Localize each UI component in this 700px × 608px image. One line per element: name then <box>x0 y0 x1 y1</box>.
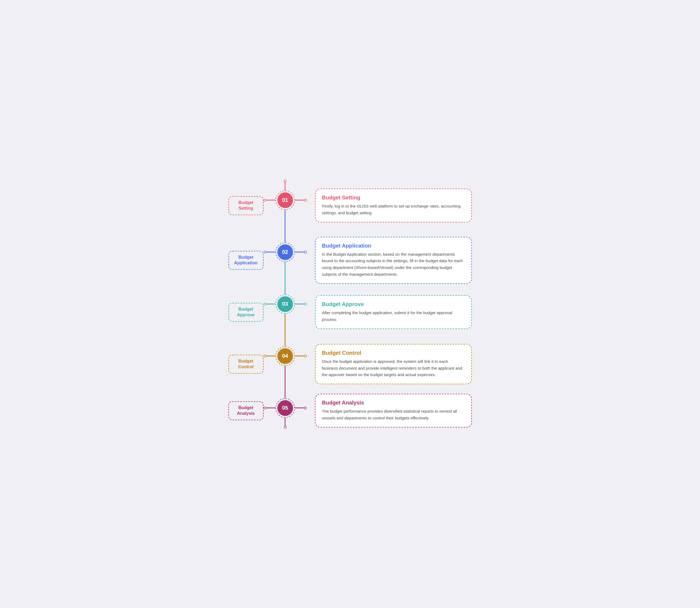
h-line-right-dot <box>304 407 307 410</box>
timeline-col-04: 04 <box>264 338 307 390</box>
v-line-above <box>285 286 285 294</box>
h-line-left-dot <box>264 251 266 253</box>
step-label-04: Budget Control <box>228 355 264 374</box>
card-text-02: In the Budget Application section, based… <box>322 251 465 278</box>
card-text-01: Firstly, log in to the OLISS web platfor… <box>322 203 465 216</box>
info-card-01: Budget SettingFirstly, log in to the OLI… <box>315 189 472 223</box>
h-line-right-dot <box>304 251 307 253</box>
timeline-col-02: 02 <box>264 234 307 286</box>
v-line-above <box>285 390 285 398</box>
v-line-below <box>285 262 285 286</box>
v-line-above <box>285 338 285 346</box>
info-card-02: Budget ApplicationIn the Budget Applicat… <box>315 237 472 284</box>
node-circle-05: 05 <box>276 398 295 418</box>
timeline-top-dot <box>284 180 286 183</box>
h-line-right-dot <box>304 303 307 305</box>
node-row-04: 04 <box>264 346 307 366</box>
step-01: Budget Setting01Budget SettingFirstly, l… <box>228 177 472 234</box>
steps-container: Budget Setting01Budget SettingFirstly, l… <box>228 177 472 431</box>
node-circle-02: 02 <box>276 243 295 262</box>
h-line-left-dot <box>264 199 266 202</box>
v-line-below <box>285 314 285 338</box>
step-label-03: Budget Approve <box>228 303 264 322</box>
h-line-left-dot <box>264 355 266 358</box>
step-label-05: Budget Analysis <box>228 401 264 420</box>
card-title-01: Budget Setting <box>322 194 465 201</box>
step-label-01: Budget Setting <box>228 196 264 215</box>
step-03: Budget Approve03Budget ApproveAfter comp… <box>228 286 472 338</box>
h-line-right-dot <box>304 355 307 358</box>
card-text-04: Once the budget application is approved,… <box>322 358 465 378</box>
card-title-04: Budget Control <box>322 350 465 356</box>
v-line-above <box>285 183 285 190</box>
card-title-02: Budget Application <box>322 243 465 249</box>
page-container: Budget Setting01Budget SettingFirstly, l… <box>228 161 472 448</box>
timeline-col-03: 03 <box>264 286 307 338</box>
v-line-below <box>285 210 285 234</box>
timeline-col-01: 01 <box>264 177 307 234</box>
info-card-05: Budget AnalysisThe budget performance pr… <box>315 394 472 428</box>
node-row-05: 05 <box>264 398 307 418</box>
node-inner-01: 01 <box>277 192 293 208</box>
card-text-03: After completing the budget application,… <box>322 309 465 323</box>
node-row-01: 01 <box>264 190 307 210</box>
node-circle-03: 03 <box>276 294 295 314</box>
v-line-below <box>285 418 285 426</box>
step-05: Budget Analysis05Budget AnalysisThe budg… <box>228 390 472 431</box>
h-line-left-dot <box>264 303 266 305</box>
node-circle-01: 01 <box>276 190 295 210</box>
node-inner-03: 03 <box>277 296 293 312</box>
info-card-03: Budget ApproveAfter completing the budge… <box>315 295 472 329</box>
node-inner-05: 05 <box>277 400 293 416</box>
h-line-right-dot <box>304 199 307 202</box>
info-card-04: Budget ControlOnce the budget applicatio… <box>315 344 472 384</box>
node-row-02: 02 <box>264 243 307 262</box>
step-02: Budget Application02Budget ApplicationIn… <box>228 234 472 286</box>
node-inner-02: 02 <box>277 244 293 260</box>
node-circle-04: 04 <box>276 346 295 366</box>
card-title-05: Budget Analysis <box>322 400 465 406</box>
v-line-above <box>285 234 285 243</box>
node-inner-04: 04 <box>277 348 293 364</box>
timeline-col-05: 05 <box>264 390 307 431</box>
step-label-02: Budget Application <box>228 251 264 270</box>
v-line-below <box>285 366 285 390</box>
step-04: Budget Control04Budget ControlOnce the b… <box>228 338 472 390</box>
node-row-03: 03 <box>264 294 307 314</box>
card-title-03: Budget Approve <box>322 301 465 307</box>
card-text-05: The budget performance provides diversif… <box>322 408 465 422</box>
timeline-bottom-dot <box>284 426 286 429</box>
h-line-left-dot <box>264 407 266 410</box>
